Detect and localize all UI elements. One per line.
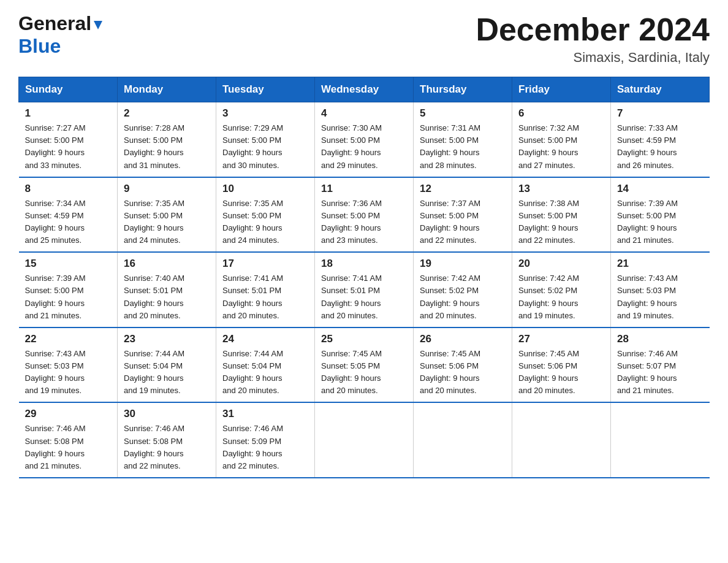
sunset-label: Sunset: 5:06 PM — [420, 361, 479, 370]
day-number: 5 — [420, 107, 506, 120]
title-block: December 2024 Simaxis, Sardinia, Italy — [476, 12, 710, 66]
calendar-cell: 15Sunrise: 7:39 AMSunset: 5:00 PMDayligh… — [19, 252, 118, 327]
sunrise-label: Sunrise: 7:46 AM — [124, 424, 184, 433]
calendar-cell: 27Sunrise: 7:45 AMSunset: 5:06 PMDayligh… — [512, 327, 611, 403]
calendar-cell: 4Sunrise: 7:30 AMSunset: 5:00 PMDaylight… — [315, 102, 414, 177]
calendar-cell: 9Sunrise: 7:35 AMSunset: 5:00 PMDaylight… — [118, 177, 216, 253]
calendar-cell: 30Sunrise: 7:46 AMSunset: 5:08 PMDayligh… — [118, 402, 216, 478]
sunrise-label: Sunrise: 7:43 AM — [25, 349, 86, 358]
sunrise-label: Sunrise: 7:36 AM — [321, 199, 382, 208]
sunrise-label: Sunrise: 7:35 AM — [124, 199, 184, 208]
daylight-label: Daylight: 9 hoursand 20 minutes. — [222, 373, 282, 395]
daylight-label: Daylight: 9 hoursand 19 minutes. — [617, 299, 677, 320]
daylight-label: Daylight: 9 hoursand 21 minutes. — [617, 373, 677, 395]
logo-blue-text: Blue — [18, 35, 61, 58]
calendar-cell: 22Sunrise: 7:43 AMSunset: 5:03 PMDayligh… — [19, 327, 118, 403]
sunset-label: Sunset: 5:06 PM — [518, 361, 577, 370]
calendar-cell: 29Sunrise: 7:46 AMSunset: 5:08 PMDayligh… — [19, 402, 118, 478]
sunrise-label: Sunrise: 7:33 AM — [617, 123, 678, 132]
sunrise-label: Sunrise: 7:45 AM — [321, 349, 382, 358]
calendar-table: Sunday Monday Tuesday Wednesday Thursday… — [18, 77, 710, 478]
day-info: Sunrise: 7:46 AMSunset: 5:07 PMDaylight:… — [617, 348, 703, 397]
daylight-label: Daylight: 9 hoursand 30 minutes. — [222, 148, 282, 169]
sunset-label: Sunset: 5:02 PM — [518, 286, 577, 295]
daylight-label: Daylight: 9 hoursand 33 minutes. — [25, 148, 85, 169]
calendar-cell: 23Sunrise: 7:44 AMSunset: 5:04 PMDayligh… — [118, 327, 216, 403]
sunset-label: Sunset: 5:09 PM — [222, 437, 281, 446]
sunset-label: Sunset: 5:04 PM — [124, 361, 183, 370]
day-number: 2 — [124, 107, 210, 120]
sunrise-label: Sunrise: 7:46 AM — [25, 424, 86, 433]
daylight-label: Daylight: 9 hoursand 20 minutes. — [222, 299, 282, 320]
daylight-label: Daylight: 9 hoursand 20 minutes. — [420, 373, 480, 395]
daylight-label: Daylight: 9 hoursand 22 minutes. — [124, 449, 184, 470]
day-info: Sunrise: 7:45 AMSunset: 5:06 PMDaylight:… — [420, 348, 506, 397]
calendar-cell — [611, 402, 710, 478]
calendar-cell: 26Sunrise: 7:45 AMSunset: 5:06 PMDayligh… — [414, 327, 512, 403]
sunrise-label: Sunrise: 7:42 AM — [518, 274, 579, 283]
svg-marker-0 — [94, 21, 102, 29]
day-info: Sunrise: 7:43 AMSunset: 5:03 PMDaylight:… — [25, 348, 112, 397]
day-number: 21 — [617, 258, 703, 270]
sunrise-label: Sunrise: 7:32 AM — [518, 123, 579, 132]
daylight-label: Daylight: 9 hoursand 22 minutes. — [222, 449, 282, 470]
calendar-header-row: Sunday Monday Tuesday Wednesday Thursday… — [19, 77, 710, 102]
calendar-cell: 10Sunrise: 7:35 AMSunset: 5:00 PMDayligh… — [216, 177, 315, 253]
daylight-label: Daylight: 9 hoursand 20 minutes. — [518, 373, 578, 395]
sunset-label: Sunset: 4:59 PM — [25, 211, 84, 220]
calendar-cell: 31Sunrise: 7:46 AMSunset: 5:09 PMDayligh… — [216, 402, 315, 478]
day-number: 16 — [124, 258, 210, 270]
sunset-label: Sunset: 5:00 PM — [617, 211, 676, 220]
daylight-label: Daylight: 9 hoursand 19 minutes. — [518, 299, 578, 320]
calendar-cell: 25Sunrise: 7:45 AMSunset: 5:05 PMDayligh… — [315, 327, 414, 403]
sunrise-label: Sunrise: 7:30 AM — [321, 123, 382, 132]
calendar-cell: 3Sunrise: 7:29 AMSunset: 5:00 PMDaylight… — [216, 102, 315, 177]
sunrise-label: Sunrise: 7:44 AM — [222, 349, 283, 358]
sunrise-label: Sunrise: 7:41 AM — [321, 274, 382, 283]
calendar-cell: 18Sunrise: 7:41 AMSunset: 5:01 PMDayligh… — [315, 252, 414, 327]
daylight-label: Daylight: 9 hoursand 21 minutes. — [25, 449, 85, 470]
day-info: Sunrise: 7:40 AMSunset: 5:01 PMDaylight:… — [124, 272, 210, 322]
month-title: December 2024 — [476, 12, 710, 47]
daylight-label: Daylight: 9 hoursand 21 minutes. — [617, 223, 677, 245]
calendar-cell: 6Sunrise: 7:32 AMSunset: 5:00 PMDaylight… — [512, 102, 611, 177]
day-number: 13 — [518, 183, 604, 195]
calendar-cell — [315, 402, 414, 478]
day-info: Sunrise: 7:37 AMSunset: 5:00 PMDaylight:… — [420, 197, 506, 247]
day-info: Sunrise: 7:39 AMSunset: 5:00 PMDaylight:… — [617, 197, 703, 247]
calendar-cell: 16Sunrise: 7:40 AMSunset: 5:01 PMDayligh… — [118, 252, 216, 327]
day-info: Sunrise: 7:45 AMSunset: 5:06 PMDaylight:… — [518, 348, 604, 397]
sunrise-label: Sunrise: 7:46 AM — [222, 424, 283, 433]
calendar-cell — [414, 402, 512, 478]
daylight-label: Daylight: 9 hoursand 20 minutes. — [420, 299, 480, 320]
sunrise-label: Sunrise: 7:44 AM — [124, 349, 184, 358]
logo: General Blue — [18, 12, 105, 58]
sunset-label: Sunset: 4:59 PM — [617, 136, 676, 145]
calendar-week-row: 29Sunrise: 7:46 AMSunset: 5:08 PMDayligh… — [19, 402, 710, 478]
sunset-label: Sunset: 5:00 PM — [25, 136, 84, 145]
daylight-label: Daylight: 9 hoursand 27 minutes. — [518, 148, 578, 169]
sunset-label: Sunset: 5:08 PM — [25, 437, 84, 446]
calendar-cell: 24Sunrise: 7:44 AMSunset: 5:04 PMDayligh… — [216, 327, 315, 403]
daylight-label: Daylight: 9 hoursand 23 minutes. — [321, 223, 381, 245]
calendar-week-row: 8Sunrise: 7:34 AMSunset: 4:59 PMDaylight… — [19, 177, 710, 253]
day-info: Sunrise: 7:30 AMSunset: 5:00 PMDaylight:… — [321, 122, 407, 172]
calendar-week-row: 1Sunrise: 7:27 AMSunset: 5:00 PMDaylight… — [19, 102, 710, 177]
calendar-cell: 19Sunrise: 7:42 AMSunset: 5:02 PMDayligh… — [414, 252, 512, 327]
day-info: Sunrise: 7:35 AMSunset: 5:00 PMDaylight:… — [222, 197, 308, 247]
day-number: 3 — [222, 107, 308, 120]
header-monday: Monday — [118, 77, 216, 102]
calendar-cell: 13Sunrise: 7:38 AMSunset: 5:00 PMDayligh… — [512, 177, 611, 253]
daylight-label: Daylight: 9 hoursand 21 minutes. — [25, 299, 85, 320]
day-info: Sunrise: 7:33 AMSunset: 4:59 PMDaylight:… — [617, 122, 703, 172]
sunset-label: Sunset: 5:00 PM — [124, 211, 183, 220]
day-number: 20 — [518, 258, 604, 270]
header-friday: Friday — [512, 77, 611, 102]
day-number: 31 — [222, 408, 308, 420]
day-info: Sunrise: 7:32 AMSunset: 5:00 PMDaylight:… — [518, 122, 604, 172]
day-number: 7 — [617, 107, 703, 120]
sunset-label: Sunset: 5:00 PM — [25, 286, 84, 295]
logo-arrow-icon — [91, 18, 105, 32]
sunrise-label: Sunrise: 7:39 AM — [25, 274, 86, 283]
sunrise-label: Sunrise: 7:45 AM — [518, 349, 579, 358]
